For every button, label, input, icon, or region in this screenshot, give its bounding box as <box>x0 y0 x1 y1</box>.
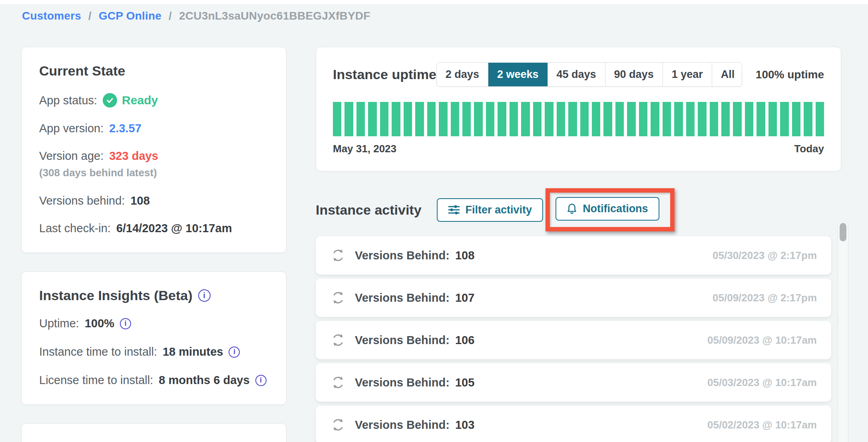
activity-row-label: Versions Behind: <box>355 249 450 262</box>
instance-install-label: Instance time to install: <box>39 345 157 358</box>
activity-row-value: 107 <box>455 291 474 305</box>
breadcrumb-separator: / <box>169 10 172 22</box>
instance-activity-list: Versions Behind: 108 05/30/2023 @ 2:17pm… <box>316 236 831 442</box>
license-install-label: License time to install: <box>39 374 153 387</box>
uptime-bar <box>474 102 482 136</box>
activity-row[interactable]: Versions Behind: 105 05/03/2023 @ 10:17a… <box>316 363 831 402</box>
sync-icon <box>330 290 346 306</box>
instance-uptime-card: Instance uptime 2 days2 weeks45 days90 d… <box>316 47 841 171</box>
uptime-bar <box>768 102 777 136</box>
activity-row[interactable]: Versions Behind: 106 05/09/2023 @ 10:17a… <box>316 321 831 359</box>
uptime-bar <box>580 102 589 136</box>
uptime-bar <box>368 102 376 136</box>
versions-behind-row: Versions behind: 108 <box>39 194 269 207</box>
activity-scrollbar-track[interactable] <box>838 224 848 442</box>
activity-row-value: 105 <box>455 376 474 389</box>
activity-row-timestamp: 05/30/2023 @ 2:17pm <box>713 249 817 262</box>
uptime-bar <box>710 102 718 136</box>
uptime-row: Uptime: 100% i <box>39 317 269 330</box>
instance-insights-title-row: Instance Insights (Beta) i <box>39 288 269 303</box>
uptime-range-group: 2 days2 weeks45 days90 days1 yearAll <box>436 62 742 87</box>
uptime-bar <box>651 102 659 136</box>
uptime-bar <box>816 102 824 136</box>
uptime-bar <box>533 102 542 136</box>
activity-row-label: Versions Behind: <box>355 291 450 305</box>
uptime-bar <box>439 102 447 136</box>
activity-row[interactable]: Versions Behind: 107 05/09/2023 @ 2:17pm <box>316 279 831 317</box>
uptime-bar <box>745 102 753 136</box>
sync-icon <box>330 332 346 348</box>
activity-row-timestamp: 05/02/2023 @ 10:17am <box>707 419 817 431</box>
breadcrumb-customers-link[interactable]: Customers <box>22 10 81 22</box>
app-status-row: App status: Ready <box>39 93 269 108</box>
uptime-bar <box>757 102 765 136</box>
uptime-bar <box>780 102 788 136</box>
breadcrumb-customer-link[interactable]: GCP Online <box>99 10 161 22</box>
activity-scrollbar-thumb[interactable] <box>840 223 846 241</box>
activity-row-value: 108 <box>455 249 474 262</box>
last-checkin-value: 6/14/2023 @ 10:17am <box>116 222 232 235</box>
uptime-bar <box>521 102 530 136</box>
versions-behind-label: Versions behind: <box>39 194 125 207</box>
uptime-bar <box>415 102 424 136</box>
uptime-bar <box>356 102 365 136</box>
uptime-summary: 100% uptime <box>756 68 824 81</box>
uptime-bar <box>333 102 341 136</box>
activity-row-label: Versions Behind: <box>355 334 450 347</box>
info-icon[interactable]: i <box>198 289 211 302</box>
versions-behind-value: 108 <box>130 194 149 207</box>
version-age-note: (308 days behind latest) <box>39 167 269 179</box>
instance-information-card: Instance Information <box>21 423 287 442</box>
uptime-bar <box>545 102 553 136</box>
app-version-label: App version: <box>39 122 104 135</box>
filter-activity-button[interactable]: Filter activity <box>437 198 543 222</box>
uptime-value: 100% <box>85 317 114 330</box>
annotation-highlight-box: Notifications <box>545 188 675 231</box>
range-button-1-year[interactable]: 1 year <box>663 63 712 86</box>
range-button-45-days[interactable]: 45 days <box>548 63 605 86</box>
breadcrumb: Customers / GCP Online / 2CU3nL3saUNyoc6… <box>22 10 370 22</box>
info-icon[interactable]: i <box>255 375 267 386</box>
activity-row-value: 106 <box>455 334 474 347</box>
range-button-all[interactable]: All <box>712 63 742 86</box>
sync-icon <box>330 374 346 390</box>
uptime-bar <box>627 102 635 136</box>
uptime-bar <box>639 102 647 136</box>
activity-row-label: Versions Behind: <box>355 418 450 432</box>
uptime-bar <box>686 102 695 136</box>
breadcrumb-separator: / <box>88 10 92 22</box>
notifications-button[interactable]: Notifications <box>555 197 659 221</box>
sliders-icon <box>448 205 460 215</box>
app-version-row: App version: 2.3.57 <box>39 122 269 135</box>
info-icon[interactable]: i <box>120 318 131 329</box>
activity-row[interactable]: Versions Behind: 103 05/02/2023 @ 10:17a… <box>316 406 831 442</box>
activity-row[interactable]: Versions Behind: 108 05/30/2023 @ 2:17pm <box>316 236 831 275</box>
left-column: Current State App status: Ready App vers… <box>21 47 287 442</box>
uptime-bar <box>462 102 471 136</box>
instance-uptime-header: Instance uptime 2 days2 weeks45 days90 d… <box>333 62 824 87</box>
uptime-bar <box>510 102 518 136</box>
version-age-label: Version age: <box>39 149 104 163</box>
app-status-label: App status: <box>39 94 97 107</box>
info-icon[interactable]: i <box>229 346 240 358</box>
range-button-2-weeks[interactable]: 2 weeks <box>488 63 548 86</box>
license-install-row: License time to install: 8 months 6 days… <box>39 374 269 387</box>
instance-install-row: Instance time to install: 18 minutes i <box>39 345 269 358</box>
status-check-icon <box>103 93 117 108</box>
current-state-card: Current State App status: Ready App vers… <box>21 47 287 253</box>
app-version-value[interactable]: 2.3.57 <box>109 122 141 135</box>
range-button-2-days[interactable]: 2 days <box>437 63 488 86</box>
instance-insights-title: Instance Insights (Beta) <box>39 288 193 303</box>
range-button-90-days[interactable]: 90 days <box>605 63 663 86</box>
uptime-bar <box>451 102 459 136</box>
current-state-rows: App status: Ready App version: 2.3.57 Ve… <box>39 93 269 235</box>
uptime-bar <box>498 102 506 136</box>
uptime-bar <box>721 102 730 136</box>
uptime-bar <box>404 102 412 136</box>
activity-row-label: Versions Behind: <box>355 376 450 389</box>
activity-row-timestamp: 05/09/2023 @ 2:17pm <box>713 292 817 304</box>
instance-install-value: 18 minutes <box>163 345 223 358</box>
uptime-bar <box>615 102 624 136</box>
uptime-bar-chart <box>333 102 824 136</box>
version-age-row: Version age: 323 days <box>39 149 269 163</box>
